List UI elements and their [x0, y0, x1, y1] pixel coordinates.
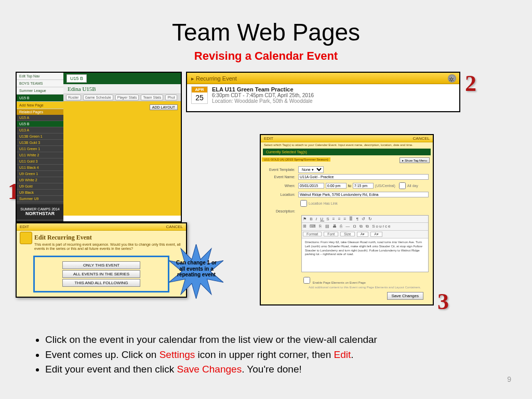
related-item[interactable]: U11 White 2: [17, 152, 63, 158]
dialog-description: This event is part of recurring event se…: [17, 243, 186, 254]
tab[interactable]: Roster: [66, 95, 81, 100]
format-select[interactable]: Format: [303, 232, 322, 236]
tab[interactable]: Player Stats: [115, 95, 139, 100]
nav-add-page[interactable]: Add New Page: [17, 102, 63, 109]
related-item[interactable]: Summer U9: [17, 196, 63, 202]
bg-a[interactable]: A▾: [370, 232, 382, 237]
start-time-input[interactable]: [326, 183, 347, 189]
event-location: Location: Wooddale Park, 50th & Wooddale: [212, 98, 314, 104]
related-item[interactable]: U13B Green 1: [17, 134, 63, 140]
tab[interactable]: Team Stats: [141, 95, 163, 100]
size-select[interactable]: Size: [340, 232, 355, 236]
related-item[interactable]: U15 A: [17, 115, 63, 121]
related-item[interactable]: U9 Green 1: [17, 171, 63, 177]
location-link-checkbox[interactable]: [300, 200, 307, 207]
end-time-input[interactable]: [353, 183, 374, 189]
related-item[interactable]: U13 A: [17, 127, 63, 134]
tab[interactable]: Phot: [165, 95, 177, 100]
gear-icon[interactable]: [448, 74, 456, 83]
tab[interactable]: Game Schedule: [83, 95, 113, 100]
tag-chip[interactable]: U11 GOLD (A) (2015 Spring/Summer Season): [262, 157, 330, 162]
step-3-callout: 3: [437, 288, 449, 315]
this-and-following-button[interactable]: THIS AND ALL FOLLOWING: [62, 279, 140, 287]
nav-item[interactable]: BOYS TEAMS: [17, 80, 63, 87]
rich-text-editor[interactable]: ⚑ B I U S ≡ ≡ ≡ ≣ ¶ ↺ ↻ ⊞ ⌨ ⎘ ▤ 🖶 ⎙ — Ω …: [301, 215, 429, 272]
selected-tags-header: Currently Selected Tag(s): [263, 149, 431, 155]
nav-item[interactable]: Summer League: [17, 87, 63, 95]
label-when: When:: [265, 184, 298, 188]
page-number: 9: [507, 375, 511, 383]
all-events-button[interactable]: ALL EVENTS IN THE SERIES: [62, 270, 140, 278]
location-link-label: Location Has Link: [309, 202, 338, 205]
label-desc: Description:: [265, 209, 298, 213]
dialog-edit-label: EDIT: [264, 136, 273, 141]
enable-elements-checkbox[interactable]: [303, 277, 310, 284]
form-intro: Select which Tag(s) to attach to your Ca…: [261, 142, 433, 148]
color-a[interactable]: A▾: [357, 232, 369, 237]
only-this-event-button[interactable]: ONLY THIS EVENT: [62, 261, 140, 269]
sidebar-ad: SUMMER CAMPS 2014 NORTHSTAR: [17, 204, 63, 219]
to-label: to: [348, 184, 351, 188]
related-item[interactable]: U11 Green 1: [17, 146, 63, 152]
ad-brand: NORTHSTAR: [18, 211, 62, 216]
label-template: Event Template:: [265, 168, 298, 171]
event-month: APR: [192, 87, 207, 92]
screenshot-edit-event-form: EDIT CANCEL Select which Tag(s) to attac…: [260, 134, 434, 305]
related-item[interactable]: U9 White 2: [17, 177, 63, 183]
team-banner-title: U15 B: [66, 74, 87, 83]
location-input[interactable]: [298, 192, 429, 197]
save-changes-button[interactable]: Save Changes: [387, 292, 423, 300]
allday-checkbox[interactable]: [399, 182, 406, 189]
related-item[interactable]: U9 Gold: [17, 183, 63, 190]
event-title: ELA U11 Green Team Practice: [212, 86, 314, 92]
related-item[interactable]: U11 Black 4: [17, 165, 63, 171]
add-layout-button[interactable]: ADD LAYOUT: [150, 104, 178, 110]
page-subtitle: Revising a Calendar Event: [0, 49, 532, 63]
dialog-cancel-link[interactable]: CANCEL: [166, 224, 183, 229]
nav-item-active[interactable]: U15 B: [17, 95, 63, 102]
screenshot-edit-recurring-dialog: EDIT CANCEL Edit Recurring Event This ev…: [16, 222, 187, 298]
instruction-bullets: Click on the event in your calendar from…: [34, 332, 486, 377]
recurring-options-box: ONLY THIS EVENT ALL EVENTS IN THE SERIES…: [33, 256, 169, 292]
step-2-callout: 2: [465, 70, 476, 97]
label-name: Event Name:: [265, 175, 298, 179]
related-item[interactable]: U15 B: [17, 121, 63, 127]
nav-item[interactable]: Edit Top Nav: [17, 73, 63, 80]
editor-toolbar-icons[interactable]: ⊞ ⌨ ⎘ ▤ 🖶 ⎙ — Ω ⧉ ⧉ Source: [302, 223, 428, 231]
screenshot-admin-page: Edit Top Nav BOYS TEAMS Summer League U1…: [16, 72, 182, 222]
bullet-1: Click on the event in your calendar from…: [45, 332, 486, 348]
recurring-label: ▸ Recurring Event: [191, 75, 237, 82]
related-item[interactable]: U13B Gold 3: [17, 140, 63, 146]
font-select[interactable]: Font: [324, 232, 338, 236]
enable-elements-sub: Add additional content to this Event usi…: [309, 286, 424, 289]
date-input[interactable]: [298, 183, 324, 189]
dialog-edit-label: EDIT: [20, 224, 29, 229]
show-tag-menu-button[interactable]: ▸ Show Tag Menu: [400, 157, 430, 163]
related-item[interactable]: U9 Black: [17, 190, 63, 196]
event-day: 25: [192, 92, 207, 103]
allday-label: All day: [407, 184, 418, 188]
editor-format-row[interactable]: Format Font Size A▾ A▾: [302, 231, 428, 238]
starburst-text: Can change 1 or all events in a repeatin…: [175, 260, 218, 278]
editor-toolbar-icons[interactable]: ⚑ B I U S ≡ ≡ ≡ ≣ ¶ ↺ ↻: [302, 216, 428, 223]
tz-label: (US/Central): [375, 184, 395, 188]
event-name-input[interactable]: [298, 174, 429, 180]
editor-content[interactable]: Directions: From Hwy 62, take Gleason Ro…: [302, 238, 428, 259]
enable-elements-label: Enable Page Elements on Event Page: [313, 281, 366, 284]
template-select[interactable]: None ▾: [298, 166, 324, 173]
dialog-title: Edit Recurring Event: [17, 231, 186, 243]
starburst-callout: Can change 1 or all events in a repeatin…: [169, 244, 223, 299]
related-item[interactable]: U11 Gold 3: [17, 158, 63, 165]
related-pages-header: Related Pages: [17, 109, 63, 115]
dialog-cancel-link[interactable]: CANCEL: [413, 136, 430, 141]
bullet-3: Edit your event and then click Save Chan…: [45, 362, 486, 377]
label-location: Location:: [265, 193, 298, 196]
event-subtitle: 6:30pm CDT - 7:45pm CDT, April 25th, 201…: [212, 92, 314, 98]
page-title: Team Web Pages: [0, 18, 532, 46]
team-title: Edina U15B: [63, 84, 181, 94]
bullet-2: Event comes up. Click on Settings icon i…: [45, 348, 486, 363]
ad-top: SUMMER CAMPS 2014: [20, 207, 59, 211]
team-tabs: Roster Game Schedule Player Stats Team S…: [63, 94, 181, 101]
screenshot-recurring-bar: ▸ Recurring Event APR 25 ELA U11 Green T…: [186, 72, 460, 112]
